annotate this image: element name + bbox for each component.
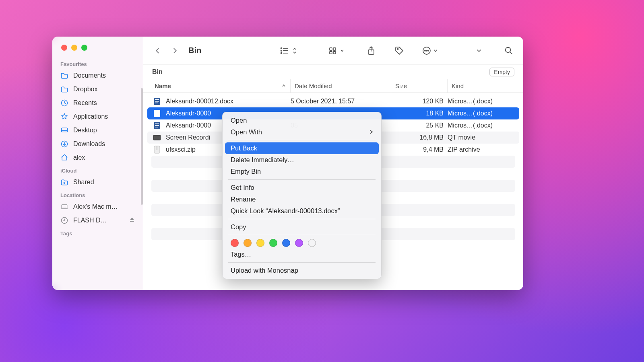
group-by-button[interactable] bbox=[328, 46, 345, 55]
file-name: Screen Recordi bbox=[166, 134, 210, 141]
home-icon bbox=[60, 154, 68, 162]
svg-rect-1 bbox=[62, 128, 68, 132]
menu-empty-bin[interactable]: Empty Bin bbox=[225, 166, 379, 177]
shared-icon bbox=[60, 178, 68, 186]
folder-icon bbox=[60, 72, 68, 80]
sidebar-section-header: Locations bbox=[52, 189, 143, 200]
file-size: 16,8 MB bbox=[391, 134, 448, 141]
menu-rename[interactable]: Rename bbox=[225, 193, 379, 205]
back-button[interactable] bbox=[152, 45, 163, 56]
sidebar-item-label: Dropbox bbox=[73, 86, 97, 93]
menu-tag-row bbox=[225, 237, 379, 249]
sidebar-item[interactable]: Recents bbox=[52, 96, 143, 110]
sidebar-item-label: FLASH D… bbox=[73, 217, 107, 224]
svg-point-25 bbox=[428, 50, 429, 51]
file-kind: QT movie bbox=[448, 134, 516, 141]
svg-rect-31 bbox=[155, 103, 158, 103]
svg-line-27 bbox=[510, 51, 512, 54]
tags-button[interactable] bbox=[394, 45, 405, 56]
sidebar-item[interactable]: alex bbox=[52, 151, 143, 165]
menu-copy[interactable]: Copy bbox=[225, 221, 379, 233]
tag-color-button[interactable] bbox=[256, 239, 264, 247]
path-bar: Bin Empty bbox=[143, 65, 523, 79]
tag-color-button[interactable] bbox=[244, 239, 252, 247]
file-name: Aleksandr-0000 bbox=[166, 110, 211, 117]
sidebar-item[interactable]: Dropbox bbox=[52, 82, 143, 96]
sidebar-item-label: Desktop bbox=[73, 127, 97, 134]
file-date: 5 October 2021, 15:57 bbox=[291, 98, 391, 105]
file-size: 9,4 MB bbox=[391, 146, 448, 153]
file-row[interactable]: Aleksandr-000012.docx5 October 2021, 15:… bbox=[147, 95, 519, 107]
svg-rect-17 bbox=[333, 48, 336, 50]
folder-icon bbox=[60, 85, 68, 93]
file-type-icon bbox=[153, 134, 161, 142]
menu-put-back[interactable]: Put Back bbox=[225, 142, 379, 154]
overflow-button[interactable] bbox=[473, 45, 485, 56]
svg-rect-41 bbox=[154, 136, 160, 140]
search-button[interactable] bbox=[503, 45, 514, 56]
minimize-window-button[interactable] bbox=[71, 45, 77, 51]
file-kind: ZIP archive bbox=[448, 146, 516, 153]
tag-color-button[interactable] bbox=[231, 239, 239, 247]
sidebar-item-label: Alex's Mac m… bbox=[73, 203, 118, 210]
menu-tags[interactable]: Tags… bbox=[225, 249, 379, 260]
sidebar-item[interactable]: Desktop bbox=[52, 123, 143, 137]
column-header-kind[interactable]: Kind bbox=[448, 79, 516, 93]
menu-delete-immediately[interactable]: Delete Immediately… bbox=[225, 154, 379, 166]
share-button[interactable] bbox=[365, 45, 377, 56]
menu-get-info[interactable]: Get Info bbox=[225, 182, 379, 193]
file-kind: Micros…(.docx) bbox=[448, 110, 516, 117]
svg-rect-37 bbox=[155, 123, 159, 124]
column-header-date[interactable]: Date Modified bbox=[291, 79, 391, 93]
sidebar-item[interactable]: Documents bbox=[52, 69, 143, 82]
file-kind: Micros…(.docx) bbox=[448, 122, 516, 129]
window-controls bbox=[52, 42, 143, 58]
tag-color-button[interactable] bbox=[282, 239, 290, 247]
column-header-name[interactable]: Name bbox=[151, 79, 291, 93]
svg-point-10 bbox=[281, 47, 282, 49]
sidebar-item[interactable]: Shared bbox=[52, 175, 143, 189]
svg-rect-34 bbox=[155, 113, 159, 114]
tag-color-button[interactable] bbox=[308, 239, 316, 247]
file-type-icon bbox=[153, 97, 161, 105]
svg-point-21 bbox=[397, 48, 398, 49]
view-mode-list-button[interactable] bbox=[279, 46, 297, 55]
toolbar: Bin bbox=[143, 37, 523, 65]
tag-color-button[interactable] bbox=[295, 239, 303, 247]
svg-rect-43 bbox=[157, 146, 157, 150]
file-kind: Micros…(.docx) bbox=[448, 98, 516, 105]
location-label: Bin bbox=[152, 68, 163, 76]
svg-point-23 bbox=[425, 50, 425, 51]
menu-open[interactable]: Open bbox=[225, 115, 379, 126]
submenu-arrow-icon bbox=[369, 128, 373, 136]
menu-open-with[interactable]: Open With bbox=[225, 126, 379, 138]
menu-upload-monosnap[interactable]: Upload with Monosnap bbox=[225, 265, 379, 276]
appstore-icon bbox=[60, 113, 68, 121]
sidebar-item-label: Documents bbox=[73, 72, 106, 79]
column-header-row: Name Date Modified Size Kind bbox=[143, 79, 523, 93]
sidebar: FavouritesDocumentsDropboxRecentsApplica… bbox=[52, 37, 143, 290]
eject-icon[interactable] bbox=[129, 217, 135, 224]
svg-rect-39 bbox=[155, 127, 158, 128]
close-window-button[interactable] bbox=[61, 45, 67, 51]
tag-color-button[interactable] bbox=[269, 239, 277, 247]
file-name: ufsxsci.zip bbox=[166, 146, 196, 153]
sidebar-item-label: Downloads bbox=[73, 140, 105, 148]
sidebar-item[interactable]: Downloads bbox=[52, 137, 143, 151]
menu-quick-look[interactable]: Quick Look “Aleksandr-000013.docx” bbox=[225, 205, 379, 217]
action-menu-button[interactable] bbox=[422, 46, 438, 56]
empty-trash-button[interactable]: Empty bbox=[489, 68, 514, 76]
forward-button[interactable] bbox=[169, 45, 180, 56]
file-type-icon bbox=[153, 109, 161, 117]
download-icon bbox=[60, 140, 68, 148]
sidebar-item-label: Recents bbox=[73, 99, 97, 107]
zoom-window-button[interactable] bbox=[81, 45, 87, 51]
sidebar-item[interactable]: FLASH D… bbox=[52, 214, 143, 227]
sidebar-item[interactable]: Alex's Mac m… bbox=[52, 200, 143, 214]
desktop-icon bbox=[60, 126, 68, 134]
sidebar-item[interactable]: Applications bbox=[52, 110, 143, 123]
sidebar-item-label: Shared bbox=[73, 179, 94, 186]
svg-point-24 bbox=[426, 50, 427, 51]
svg-rect-35 bbox=[155, 115, 158, 115]
column-header-size[interactable]: Size bbox=[391, 79, 448, 93]
